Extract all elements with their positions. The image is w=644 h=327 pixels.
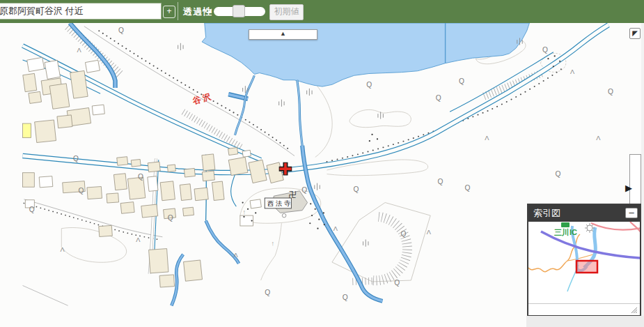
temple-label: 西法寺 [265,198,292,208]
reset-button[interactable]: 初期値 [269,4,304,20]
svg-text:Q: Q [118,26,124,34]
svg-text:Q: Q [542,46,548,54]
svg-text:Q: Q [366,81,372,89]
index-map-panel: 索引図 – 三川IC [527,204,641,316]
svg-text:Q: Q [400,230,406,238]
svg-text:Λ: Λ [570,68,575,75]
svg-text:Λ: Λ [234,252,239,259]
svg-text:Λ: Λ [427,229,432,236]
transparency-slider[interactable] [214,7,265,16]
svg-text:↑: ↑ [243,208,246,215]
resize-handle-icon[interactable] [631,307,638,314]
svg-text:Q: Q [29,206,35,213]
toolbar-divider [178,2,178,20]
svg-text:Q: Q [301,186,307,194]
transparency-slider-thumb[interactable] [233,5,245,17]
svg-text:Q: Q [394,280,400,287]
index-map-title: 索引図 [533,208,560,218]
svg-text:Λ: Λ [596,135,601,142]
svg-text:Λ: Λ [136,236,141,243]
svg-text:Q: Q [608,88,613,96]
collapse-panel-top-button[interactable]: ▲ [249,29,317,40]
collapse-corner-button[interactable]: ◤ [629,28,641,39]
svg-text:Q: Q [436,94,441,102]
ic-label: 三川IC [554,228,577,236]
svg-text:Λ: Λ [485,135,489,142]
svg-text:Q: Q [265,289,270,296]
toolbar: + 透過性 ◢ 初期値 [0,0,644,23]
svg-text:Q: Q [556,170,561,178]
index-map-canvas[interactable]: 三川IC [528,222,640,303]
svg-text:Q: Q [73,155,79,162]
transparency-caret-icon: ◢ [207,7,212,14]
svg-text:Λ: Λ [333,225,338,232]
page-background-strip [526,316,644,327]
svg-text:Λ: Λ [60,246,65,253]
corner-arrow-icon: ◤ [632,29,638,37]
chevron-right-icon: ▶ [625,183,632,193]
view-extent-rectangle[interactable] [576,261,597,273]
svg-text:西法寺: 西法寺 [267,200,292,207]
svg-text:Q: Q [464,184,470,192]
local-road [528,234,580,272]
facility-symbol [587,225,592,231]
svg-text:Λ: Λ [77,47,82,54]
temple-swastika-icon: 卍 [289,190,297,199]
index-map-titlebar[interactable]: 索引図 – [528,205,640,222]
svg-text:Q: Q [437,178,443,185]
svg-text:Q: Q [78,187,84,195]
index-map-footer [528,303,640,315]
svg-text:Q: Q [168,214,173,222]
svg-text:Q: Q [459,77,464,85]
ic-badge-icon [561,222,570,227]
right-gutter [641,23,644,327]
map-viewport[interactable]: 卍 西法寺 Q Q Q Q Q Q Q Q Q Q Q Q Q Q Q Q Q … [0,23,644,327]
chevron-up-icon: ▲ [280,30,286,37]
svg-text:↑: ↑ [272,240,275,247]
locate-icon[interactable]: + [163,6,175,18]
minimize-button[interactable]: – [625,208,638,218]
svg-text:Q: Q [354,185,359,193]
svg-text:Q: Q [343,294,348,301]
svg-text:Q: Q [138,173,143,181]
search-input[interactable] [0,3,162,20]
